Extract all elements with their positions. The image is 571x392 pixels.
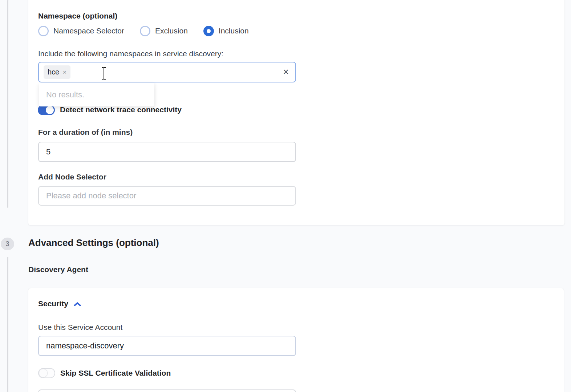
discovery-settings-page: 3 Namespace (optional) Namespace Selecto… bbox=[0, 0, 571, 392]
step-3-badge: 3 bbox=[1, 238, 14, 250]
security-title: Security bbox=[38, 299, 68, 308]
duration-input[interactable] bbox=[38, 142, 296, 162]
node-selector-input[interactable] bbox=[38, 186, 296, 206]
toggle-knob bbox=[46, 106, 54, 114]
namespace-chip: hce × bbox=[44, 65, 70, 79]
security-section-header[interactable]: Security bbox=[38, 299, 81, 308]
radio-label-inclusion[interactable]: Inclusion bbox=[219, 27, 249, 35]
service-account-input[interactable] bbox=[38, 336, 296, 356]
namespace-radio-group: Namespace Selector Exclusion Inclusion bbox=[38, 25, 249, 37]
radio-namespace-selector[interactable] bbox=[38, 26, 49, 36]
radio-label-namespace-selector[interactable]: Namespace Selector bbox=[53, 27, 124, 35]
toggle-knob bbox=[39, 369, 48, 377]
detect-network-trace-toggle[interactable] bbox=[38, 105, 55, 115]
step-connector-line bbox=[7, 257, 8, 392]
radio-exclusion[interactable] bbox=[140, 26, 150, 36]
namespace-tag-input[interactable]: hce × × bbox=[38, 62, 296, 82]
detect-network-trace-label: Detect network trace connectivity bbox=[60, 105, 182, 114]
cutoff-bottom-input[interactable] bbox=[38, 389, 296, 392]
radio-label-exclusion[interactable]: Exclusion bbox=[155, 27, 188, 35]
include-namespaces-label: Include the following namespaces in serv… bbox=[38, 49, 223, 58]
chevron-up-icon[interactable] bbox=[73, 302, 81, 307]
namespace-heading: Namespace (optional) bbox=[38, 12, 117, 20]
duration-label: For a duration of (in mins) bbox=[38, 128, 133, 137]
radio-inclusion[interactable] bbox=[203, 26, 214, 36]
text-cursor-icon bbox=[101, 67, 107, 80]
service-account-label: Use this Service Account bbox=[38, 323, 122, 332]
skip-ssl-label: Skip SSL Certificate Validation bbox=[60, 369, 171, 377]
no-results-text: No results. bbox=[46, 90, 84, 100]
node-selector-label: Add Node Selector bbox=[38, 173, 106, 181]
skip-ssl-toggle[interactable] bbox=[38, 368, 55, 378]
chip-remove-icon[interactable]: × bbox=[62, 68, 66, 76]
discovery-agent-subtitle: Discovery Agent bbox=[28, 265, 88, 274]
namespace-chip-label: hce bbox=[48, 68, 59, 76]
step-connector-line bbox=[7, 0, 8, 208]
advanced-settings-title: Advanced Settings (optional) bbox=[28, 237, 159, 248]
namespace-suggestions-dropdown[interactable]: No results. bbox=[39, 83, 154, 106]
clear-input-icon[interactable]: × bbox=[283, 67, 289, 77]
